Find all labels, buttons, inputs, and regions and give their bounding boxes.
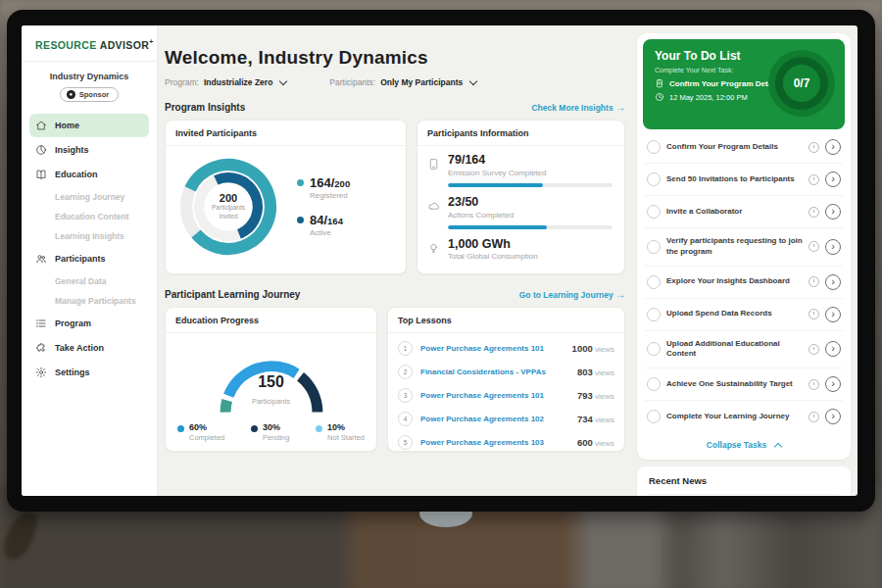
go-to-learning-journey-link[interactable]: Go to Learning Journey → [519, 289, 625, 300]
task-row: Invite a Collaborator › [645, 196, 843, 228]
todo-column: Your To Do List Complete Your Next Task:… [635, 25, 858, 496]
sidebar-item-label: Program [55, 318, 91, 328]
legend-active: 84/164 Active [297, 214, 350, 237]
lesson-row: 3 Power Purchase Agreements 101 793 view… [398, 383, 614, 407]
legend-completed: 60%Completed [177, 423, 224, 442]
lesson-row: 4 Power Purchase Agreements 102 734 view… [398, 407, 614, 430]
invited-donut-chart: 200 Participants Invited [173, 152, 283, 262]
task-row: Explore Your Insights Dashboard › [645, 267, 843, 299]
clock-icon [808, 207, 819, 218]
sidebar-item-take-action[interactable]: Take Action [29, 336, 149, 360]
sponsor-icon: ● [67, 90, 75, 99]
clock-icon [808, 412, 819, 422]
sidebar-item-settings[interactable]: Settings [29, 361, 149, 384]
lesson-link[interactable]: Power Purchase Agreements 101 [420, 344, 564, 353]
clock-icon [808, 142, 819, 153]
task-chevron-button[interactable]: › [825, 376, 841, 392]
sidebar-item-manage-participants[interactable]: Manage Participants [22, 291, 157, 311]
logo-resource: RESOURCE [35, 39, 97, 51]
lesson-views: 1000 views [572, 343, 614, 354]
sidebar: RESOURCE ADVISOR+ Industry Dynamics ● Sp… [22, 25, 158, 496]
donut-center-label: Participants Invited [212, 204, 245, 221]
sidebar-item-learning-insights[interactable]: Learning Insights [22, 226, 157, 246]
task-label: Verify participants requesting to join t… [666, 236, 803, 258]
lesson-rank: 5 [398, 435, 413, 450]
task-chevron-button[interactable]: › [825, 239, 841, 255]
task-label: Explore Your Insights Dashboard [666, 276, 803, 287]
task-checkbox[interactable] [647, 140, 661, 154]
emission-progress-bar [448, 183, 612, 187]
survey-tablet-icon [427, 157, 440, 170]
legend-pending: 30%Pending [251, 423, 290, 442]
task-label: Invite a Collaborator [666, 207, 803, 218]
task-checkbox[interactable] [647, 308, 661, 321]
task-chevron-button[interactable]: › [825, 409, 841, 424]
sidebar-item-education-content[interactable]: Education Content [22, 207, 157, 226]
gauge-center-label: Participants [252, 397, 290, 406]
sidebar-item-participants[interactable]: Participants [29, 247, 149, 270]
journey-cards-row: Education Progress 150 Participants [165, 307, 625, 452]
task-chevron-button[interactable]: › [825, 204, 841, 220]
task-row: Achieve One Sustainability Target › [645, 368, 843, 401]
collapse-tasks-link[interactable]: Collapse Tasks [643, 432, 845, 456]
sidebar-item-home[interactable]: Home [29, 114, 149, 137]
sidebar-item-label: Home [55, 121, 79, 130]
logo-plus: + [149, 38, 154, 45]
task-chevron-button[interactable]: › [825, 172, 841, 187]
sidebar-item-label: Take Action [55, 343, 104, 353]
sidebar-item-program[interactable]: Program [29, 312, 149, 335]
sidebar-item-insights[interactable]: Insights [29, 138, 149, 162]
task-checkbox[interactable] [647, 172, 661, 186]
check-more-insights-link[interactable]: Check More Insights → [531, 102, 625, 113]
lesson-link[interactable]: Power Purchase Agreements 102 [420, 415, 569, 423]
task-checkbox[interactable] [647, 240, 661, 254]
insights-cards-row: Invited Participants 200 Participants In… [165, 120, 625, 274]
program-icon [35, 318, 47, 329]
lesson-link[interactable]: Power Purchase Agreements 101 [420, 391, 569, 400]
sponsor-badge: ● Sponsor [60, 87, 119, 102]
task-row: Send 50 Invitations to Participants › [645, 164, 843, 196]
screen: RESOURCE ADVISOR+ Industry Dynamics ● Sp… [22, 25, 858, 496]
task-chevron-button[interactable]: › [825, 274, 841, 290]
lesson-rank: 1 [398, 341, 413, 356]
task-checkbox[interactable] [647, 410, 661, 423]
actions-cloud-icon [427, 199, 440, 212]
task-checkbox[interactable] [647, 342, 661, 356]
arrow-right-icon: → [615, 102, 625, 113]
sidebar-item-general-data[interactable]: General Data [22, 271, 157, 291]
task-checkbox[interactable] [647, 205, 661, 219]
task-label: Confirm Your Program Details [666, 142, 803, 153]
program-dropdown[interactable]: Program: Industrialize Zero [165, 77, 286, 87]
section-title: Participant Learning Journey [165, 289, 300, 300]
sponsor-label: Sponsor [79, 90, 109, 99]
education-icon [35, 169, 47, 180]
task-chevron-button[interactable]: › [825, 139, 841, 155]
lesson-link[interactable]: Financial Considerations - VPPAs [420, 368, 569, 376]
top-lessons-card: Top Lessons 1 Power Purchase Agreements … [387, 307, 625, 452]
todo-task-list: Confirm Your Program Details › Send 50 I… [643, 129, 845, 432]
participants-dropdown[interactable]: Participants: Only My Participants [329, 77, 476, 87]
task-checkbox[interactable] [647, 275, 661, 289]
logo-advisor: ADVISOR [100, 39, 150, 51]
lesson-row: 5 Power Purchase Agreements 103 600 view… [398, 430, 614, 454]
recent-news-card: Recent News [637, 466, 851, 496]
learning-journey-header: Participant Learning Journey Go to Learn… [165, 289, 625, 300]
lesson-link[interactable]: Power Purchase Agreements 103 [420, 438, 569, 447]
task-label: Upload Spend Data Records [666, 309, 803, 319]
task-checkbox[interactable] [647, 377, 661, 391]
sidebar-item-education[interactable]: Education [29, 163, 149, 186]
participants-label: Participants: [329, 77, 375, 87]
lesson-views: 734 views [577, 414, 614, 424]
consumption-row: 1,000 GWh Total Global Consumption [427, 238, 612, 262]
sidebar-nav: Home Insights Education Learning Journey… [22, 114, 157, 384]
sidebar-item-label: Education [55, 170, 98, 179]
chevron-down-icon [469, 76, 477, 84]
task-chevron-button[interactable]: › [825, 307, 841, 322]
task-chevron-button[interactable]: › [825, 341, 841, 357]
clock-icon [808, 276, 819, 287]
invited-participants-card: Invited Participants 200 Participants In… [165, 120, 407, 274]
sidebar-item-learning-journey[interactable]: Learning Journey [22, 187, 157, 207]
org-name: Industry Dynamics [22, 72, 157, 81]
sidebar-item-label: Insights [55, 145, 89, 155]
todo-panel: Your To Do List Complete Your Next Task:… [637, 33, 851, 460]
